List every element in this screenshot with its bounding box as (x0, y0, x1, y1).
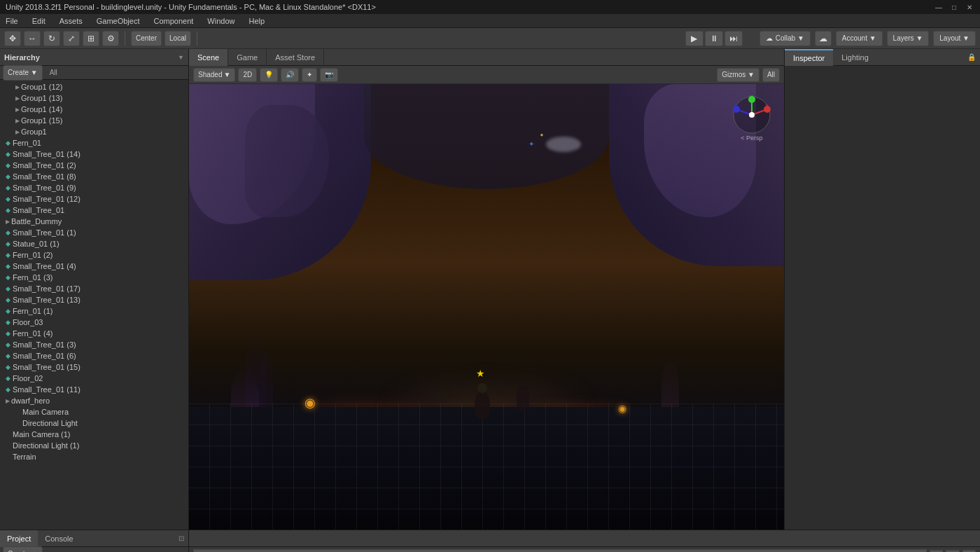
tab-project[interactable]: Project (0, 530, 38, 547)
hierarchy-item[interactable]: ◆Small_Tree_01 (12) (0, 193, 188, 205)
hierarchy-item[interactable]: ◆Fern_01 (3) (0, 272, 188, 283)
hierarchy-item[interactable]: Directional Light (0, 418, 188, 429)
scene-all-button[interactable]: All (762, 68, 780, 82)
hierarchy-item[interactable]: ◆Small_Tree_01 (15) (0, 361, 188, 373)
hierarchy-item[interactable]: ◆Small_Tree_01 (0, 205, 188, 216)
svg-text:Z: Z (734, 104, 737, 109)
assets-search-input[interactable] (193, 549, 927, 553)
hierarchy-item[interactable]: ◆Small_Tree_01 (9) (0, 182, 188, 193)
scale-tool-button[interactable]: ⤢ (63, 31, 80, 46)
hierarchy-item[interactable]: ◆Small_Tree_01 (4) (0, 261, 188, 272)
inspector-pin-button[interactable]: 🔒 (963, 53, 980, 61)
step-button[interactable]: ⏭ (724, 31, 743, 46)
hierarchy-item[interactable]: ▶Battle_Dummy (0, 216, 188, 227)
2d-mode-button[interactable]: 2D (238, 68, 257, 82)
scene-gizmo[interactable]: X Y Z < Persp (731, 94, 773, 136)
hierarchy-item[interactable]: Directional Light (1) (0, 440, 188, 451)
hierarchy-item[interactable]: ▶Group1 (12) (0, 81, 188, 92)
menu-help[interactable]: Help (246, 15, 267, 27)
character-body (475, 391, 490, 419)
hierarchy-item[interactable]: ◆Small_Tree_01 (8) (0, 171, 188, 182)
hierarchy-item[interactable]: ◆Small_Tree_01 (2) (0, 160, 188, 171)
menu-assets[interactable]: Assets (57, 15, 85, 27)
rock-center-bg (364, 84, 609, 189)
minimize-button[interactable]: — (934, 2, 944, 12)
hierarchy-item[interactable]: ◆Small_Tree_01 (13) (0, 294, 188, 305)
assets-header (189, 530, 980, 547)
play-controls: ▶ ⏸ ⏭ (685, 31, 743, 46)
toolbar-separator-2 (197, 32, 197, 46)
hierarchy-item[interactable]: ◆Small_Tree_01 (6) (0, 350, 188, 361)
cloud (546, 137, 581, 152)
toolbar-separator-1 (125, 32, 125, 46)
gizmos-button[interactable]: Gizmos ▼ (717, 68, 760, 82)
gizmos-label: Gizmos ▼ (722, 71, 755, 78)
menu-gameobject[interactable]: GameObject (94, 15, 143, 27)
scene-tabs: Scene Game Asset Store (189, 49, 784, 66)
lantern-right: ◉ (618, 403, 626, 414)
space-button[interactable]: Local (164, 31, 191, 46)
account-button[interactable]: Account ▼ (836, 31, 883, 46)
main-layout: Hierarchy ▼ Create ▼ All ▶Group1 (12)▶Gr… (0, 49, 980, 530)
hierarchy-item[interactable]: Terrain (0, 451, 188, 462)
move-tool-button[interactable]: ↔ (24, 31, 41, 46)
menu-window[interactable]: Window (204, 15, 237, 27)
collab-icon: ☁ (766, 34, 773, 42)
close-button[interactable]: ✕ (965, 2, 974, 12)
effects-button[interactable]: ✦ (302, 68, 317, 82)
tab-lighting[interactable]: Lighting (833, 49, 877, 66)
audio-toggle-button[interactable]: 🔊 (281, 68, 299, 82)
tab-game[interactable]: Game (228, 49, 267, 66)
menu-file[interactable]: File (3, 15, 21, 27)
project-maximize-button[interactable]: ⊡ (174, 534, 188, 542)
shading-mode-button[interactable]: Shaded ▼ (193, 68, 235, 82)
inspector-tabs: Inspector Lighting 🔒 (785, 49, 980, 66)
play-button[interactable]: ▶ (685, 31, 704, 46)
project-create-button[interactable]: Create ▼ (3, 546, 43, 553)
pause-button[interactable]: ⏸ (705, 31, 723, 46)
hand-tool-button[interactable]: ✥ (4, 31, 21, 46)
hierarchy-item[interactable]: ◆Fern_01 (0, 137, 188, 149)
tab-inspector[interactable]: Inspector (785, 49, 833, 66)
hierarchy-item[interactable]: ◆Fern_01 (2) (0, 249, 188, 261)
layout-button[interactable]: Layout ▼ (933, 31, 976, 46)
hierarchy-item[interactable]: ◆Statue_01 (1) (0, 238, 188, 249)
tab-console[interactable]: Console (38, 530, 80, 547)
pivot-button[interactable]: Center (131, 31, 162, 46)
hierarchy-item[interactable]: ◆Fern_01 (4) (0, 328, 188, 339)
scene-view[interactable]: ★ ✦ ● ◉ ◉ (189, 84, 784, 530)
hierarchy-item[interactable]: ◆Small_Tree_01 (14) (0, 149, 188, 160)
transform-tool-button[interactable]: ⚙ (102, 31, 119, 46)
layers-button[interactable]: Layers ▼ (887, 31, 930, 46)
maximize-button[interactable]: □ (949, 2, 959, 12)
hierarchy-item[interactable]: ◆Small_Tree_01 (17) (0, 283, 188, 294)
hierarchy-item[interactable]: ◆Small_Tree_01 (1) (0, 227, 188, 238)
hierarchy-create-button[interactable]: Create ▼ (3, 65, 43, 81)
hierarchy-content[interactable]: ▶Group1 (12)▶Group1 (13)▶Group1 (14)▶Gro… (0, 80, 188, 530)
hierarchy-item[interactable]: ◆Floor_03 (0, 317, 188, 328)
rect-tool-button[interactable]: ⊞ (83, 31, 99, 46)
tab-asset-store[interactable]: Asset Store (267, 49, 324, 66)
rotate-tool-button[interactable]: ↻ (43, 31, 60, 46)
menu-edit[interactable]: Edit (29, 15, 48, 27)
hierarchy-item[interactable]: Main Camera (1) (0, 429, 188, 440)
scene-toolbar: Shaded ▼ 2D 💡 🔊 ✦ 📷 Gizmos ▼ All (189, 66, 784, 84)
project-panel: Project Console ⊡ Create ▼ ▼ ★ Favorites… (0, 530, 189, 552)
hierarchy-item[interactable]: ◆Floor_02 (0, 373, 188, 384)
camera-button[interactable]: 📷 (320, 68, 338, 82)
project-tabs: Project Console ⊡ (0, 530, 188, 547)
hierarchy-item[interactable]: ◆Small_Tree_01 (11) (0, 384, 188, 395)
hierarchy-item[interactable]: ▶Group1 (15) (0, 115, 188, 126)
hierarchy-item[interactable]: Main Camera (0, 406, 188, 418)
cloud-button[interactable]: ☁ (815, 31, 832, 46)
tab-scene[interactable]: Scene (189, 49, 228, 66)
hierarchy-item[interactable]: ▶dwarf_hero (0, 395, 188, 406)
hierarchy-item[interactable]: ▶Group1 (14) (0, 104, 188, 115)
lighting-toggle-button[interactable]: 💡 (260, 68, 278, 82)
hierarchy-item[interactable]: ◆Fern_01 (1) (0, 305, 188, 317)
hierarchy-item[interactable]: ◆Small_Tree_01 (3) (0, 339, 188, 350)
menu-component[interactable]: Component (150, 15, 196, 27)
hierarchy-item[interactable]: ▶Group1 (13) (0, 92, 188, 104)
hierarchy-item[interactable]: ▶Group1 (0, 126, 188, 137)
collab-button[interactable]: ☁ Collab ▼ (760, 31, 811, 46)
